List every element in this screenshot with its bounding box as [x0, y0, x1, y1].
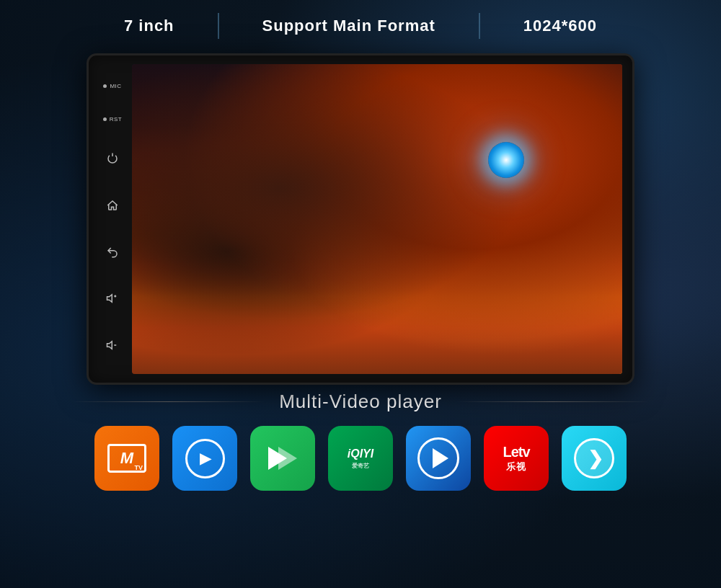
home-button[interactable] [102, 195, 123, 215]
letv-bottom-text: 乐视 [506, 460, 526, 473]
app-letv[interactable]: Letv 乐视 [484, 426, 549, 491]
app-pps[interactable]: ▶ [172, 426, 237, 491]
app-youku[interactable] [250, 426, 315, 491]
letv-wrap: Letv 乐视 [503, 444, 529, 473]
app-sohu[interactable] [406, 426, 471, 491]
title-line-left [72, 401, 265, 402]
rst-dot [103, 117, 107, 121]
spec-divider-1 [218, 13, 219, 39]
youku-arrows [268, 447, 297, 470]
sohu-play [433, 448, 448, 468]
pps-circle: ▶ [185, 439, 225, 478]
app-mango[interactable]: M TV [94, 426, 159, 491]
mic-text: MIC [110, 83, 121, 89]
rst-label: RST [103, 116, 123, 122]
spec-size-value: 7 inch [124, 17, 174, 35]
volume-up-button[interactable] [102, 288, 123, 308]
mango-tv-box: M TV [107, 444, 146, 473]
youku-arrow2 [278, 447, 297, 470]
iqiyi-wrap: iQIYI 爱奇艺 [348, 447, 373, 470]
device-outer: MIC RST [87, 53, 634, 385]
arrow-circle: ❯ [574, 438, 614, 478]
spec-divider-2 [479, 13, 480, 39]
arrow-right-icon: ❯ [588, 447, 603, 470]
mango-letter: M [120, 449, 133, 468]
spec-bar: 7 inch Support Main Format 1024*600 [0, 0, 721, 46]
app-more[interactable]: ❯ [562, 426, 627, 491]
app-iqiyi[interactable]: iQIYI 爱奇艺 [328, 426, 393, 491]
svg-marker-0 [107, 295, 112, 303]
mic-label: MIC [103, 83, 121, 89]
spec-resolution-value: 1024*600 [523, 17, 597, 35]
apps-row: M TV ▶ iQIYI [94, 426, 627, 491]
rst-text: RST [110, 116, 123, 122]
device-screen [132, 64, 622, 374]
screen-content [132, 64, 622, 374]
title-line-right [456, 401, 649, 402]
page-content: 7 inch Support Main Format 1024*600 MIC … [0, 0, 721, 588]
screen-figure [132, 64, 622, 374]
iqiyi-sub: 爱奇艺 [352, 462, 369, 470]
spec-format: Support Main Format [262, 17, 435, 35]
pps-play: ▶ [200, 450, 211, 467]
spec-size: 7 inch [124, 17, 174, 35]
back-button[interactable] [102, 242, 123, 262]
sohu-circle [417, 437, 459, 479]
volume-down-button[interactable] [102, 335, 123, 355]
spec-format-value: Support Main Format [262, 17, 435, 35]
letv-top-text: Letv [503, 444, 529, 460]
spec-resolution: 1024*600 [523, 17, 597, 35]
mango-tv-label: TV [134, 464, 143, 471]
mango-icon: M TV [107, 444, 146, 473]
bottom-section: Multi-Video player M TV ▶ [0, 391, 721, 491]
iqiyi-text: iQIYI [348, 447, 373, 460]
svg-marker-3 [107, 341, 112, 349]
arc-reactor [488, 142, 524, 178]
section-title: Multi-Video player [279, 391, 442, 413]
device-wrapper: MIC RST [87, 53, 634, 385]
power-button[interactable] [102, 148, 123, 169]
side-buttons: MIC RST [96, 55, 129, 383]
section-title-row: Multi-Video player [72, 391, 649, 413]
mic-dot [103, 84, 107, 88]
